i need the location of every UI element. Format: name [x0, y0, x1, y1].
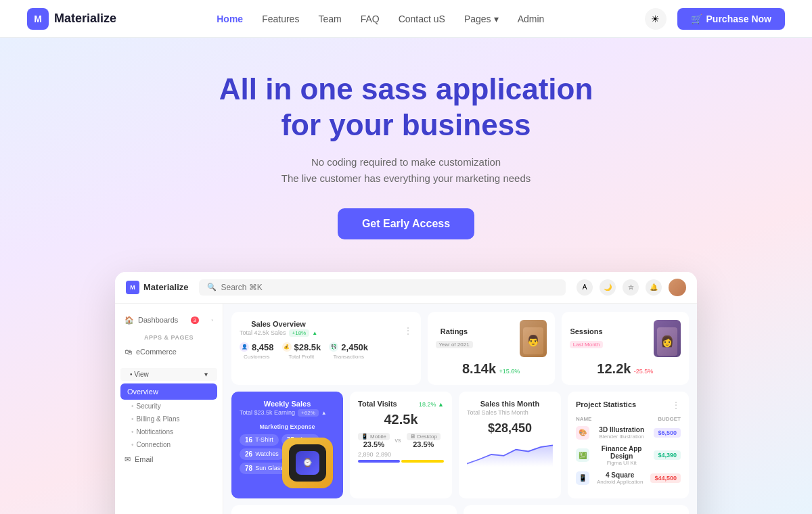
dashboard-sidebar: 🏠 Dashboards 3 › APPS & PAGES 🛍 eCommerc…: [115, 304, 223, 514]
nav-pages[interactable]: Pages ▾: [464, 14, 499, 24]
cards-row-1: Sales Overview Total 42.5k Sales +18% ▲ …: [231, 312, 689, 385]
ratings-tag: Year of 2021: [436, 341, 473, 348]
project-budget-2: $44,500: [650, 473, 681, 483]
star-icon[interactable]: ☆: [623, 279, 639, 296]
referral-card: Top Referral Sources Number of Sales 📱 🖥…: [464, 505, 689, 514]
weekly-trend: +62%: [298, 409, 319, 417]
sidebar-item-overview[interactable]: Overview: [120, 383, 217, 400]
dashboard-preview: M Materialize 🔍 A 🌙 ☆ 🔔: [115, 272, 697, 514]
expense-label: Marketing Expense: [240, 423, 335, 430]
dashboard-icon: 🏠: [125, 316, 134, 325]
project-info-2: 4 Square Android Application: [593, 471, 647, 485]
email-icon: ✉: [125, 455, 131, 464]
sidebar-item-dashboards[interactable]: 🏠 Dashboards 3 ›: [115, 312, 223, 329]
navbar: M Materialize Home Features Team FAQ Con…: [0, 0, 812, 38]
nav-faq[interactable]: FAQ: [361, 14, 380, 24]
desktop-progress: [401, 460, 443, 463]
dash-search-bar[interactable]: 🔍: [199, 279, 566, 296]
sales-month-value: $28,450: [467, 421, 553, 436]
desktop-num: 2,890: [376, 451, 392, 458]
sidebar-item-connection[interactable]: Connection: [115, 438, 223, 451]
nav-home[interactable]: Home: [217, 14, 243, 24]
user-avatar[interactable]: [669, 279, 686, 296]
total-visits-trend: 18.2% ▲: [419, 401, 444, 408]
sidebar-item-notifications[interactable]: Notifications: [115, 425, 223, 438]
navbar-right: ☀ 🛒 Purchase Now: [645, 8, 785, 30]
sales-chart-mini: [467, 441, 553, 468]
ecommerce-icon: 🛍: [125, 348, 132, 356]
vs-text: vs: [395, 437, 401, 444]
translate-icon[interactable]: A: [577, 279, 593, 296]
activity-card: Activity Timeline 12 Invoices have been …: [231, 505, 457, 514]
dash-logo-icon: M: [126, 281, 139, 294]
sessions-title: Sessions: [570, 327, 604, 335]
mobile-val: 23.5%: [358, 440, 390, 448]
ratings-value: 8.14k: [462, 361, 496, 376]
purchase-button[interactable]: 🛒 Purchase Now: [677, 8, 785, 30]
profit-metric: 💰 $28.5k Total Profit: [282, 342, 321, 360]
nav-team[interactable]: Team: [318, 14, 341, 24]
sales-month-title: Sales this Month: [467, 400, 553, 408]
sidebar-item-billing[interactable]: Billing & Plans: [115, 413, 223, 425]
nav-features[interactable]: Features: [262, 14, 299, 24]
weekly-sales-title: Weekly Sales: [240, 400, 335, 408]
desktop-label: 🖥 Desktop: [407, 433, 441, 440]
moon-icon[interactable]: 🌙: [600, 279, 616, 296]
sessions-tag: Last Month: [570, 341, 604, 348]
dash-logo: M Materialize: [126, 281, 188, 294]
sidebar-item-email[interactable]: ✉ Email: [115, 451, 223, 468]
more-icon[interactable]: ⋮: [671, 400, 681, 411]
logo-text: Materialize: [54, 11, 116, 26]
sidebar-badge: 3: [191, 317, 199, 324]
weekly-sales-sub: Total $23.5k Earning +62% ▲: [240, 409, 335, 417]
total-visits-title: Total Visits: [358, 400, 397, 408]
nav-admin[interactable]: Admin: [518, 14, 545, 24]
mobile-progress: [358, 460, 400, 463]
more-icon[interactable]: ⋮: [403, 325, 413, 336]
chevron-down-icon: ▾: [204, 371, 208, 378]
dash-header-icons: A 🌙 ☆ 🔔: [577, 279, 686, 296]
bell-icon[interactable]: 🔔: [646, 279, 662, 296]
search-input[interactable]: [221, 283, 558, 292]
sidebar-section-apps: APPS & PAGES: [115, 329, 223, 344]
ratings-title: Ratings: [436, 327, 473, 335]
mobile-num: 2,890: [358, 451, 374, 458]
ratings-trend: +15.6%: [499, 368, 520, 375]
mobile-desktop-row: 📱 Mobile 23.5% vs 🖥 Desktop 23.5%: [358, 433, 444, 448]
project-stats-card: Project Statistics ⋮ NAME BUDGET 🎨 3D Il: [568, 392, 689, 498]
transactions-metric: 💱 2,450k Transactions: [329, 342, 368, 360]
chip-watches: 26 Watches: [240, 448, 284, 460]
cards-row-3: Activity Timeline 12 Invoices have been …: [231, 505, 689, 514]
cart-icon: 🛒: [691, 14, 702, 24]
chip-tshirt: 16 T-Shirt: [240, 434, 279, 446]
sidebar-item-ecommerce[interactable]: 🛍 eCommerce: [115, 344, 223, 360]
project-stats-header: Project Statistics ⋮: [576, 400, 681, 411]
sessions-trend: -25.5%: [634, 368, 654, 375]
desktop-val: 23.5%: [407, 440, 441, 448]
nav-contact[interactable]: Contact uS: [399, 14, 445, 24]
project-row-2: 📱 4 Square Android Application $44,500: [576, 471, 681, 485]
chevron-right-icon: ›: [211, 317, 213, 323]
sidebar-item-security[interactable]: Security: [115, 400, 223, 413]
trend-up-icon: ▲: [312, 330, 317, 336]
theme-toggle-button[interactable]: ☀: [645, 8, 667, 30]
early-access-button[interactable]: Get Early Access: [338, 208, 474, 239]
project-icon-1: 💹: [576, 448, 589, 462]
ratings-card: Ratings Year of 2021 👨 8.14k +15.6%: [428, 312, 555, 385]
hero-subtitle: No coding required to make customization…: [0, 154, 812, 187]
total-visits-value: 42.5k: [358, 412, 444, 427]
cards-row-2: Weekly Sales Total $23.5k Earning +62% ▲…: [231, 392, 689, 498]
mobile-label: 📱 Mobile: [358, 433, 390, 440]
watch-illustration: ⌚: [282, 438, 336, 492]
project-info-0: 3D Illustration Blender Illustration: [593, 426, 650, 440]
project-budget-1: $4,390: [654, 450, 681, 460]
customers-metric: 👤 8,458 Customers: [240, 342, 274, 360]
project-cols: NAME BUDGET: [576, 416, 681, 422]
project-icon-2: 📱: [576, 471, 589, 485]
sessions-card: Sessions Last Month 👩 12.2k -25.5%: [562, 312, 689, 385]
sales-overview-title: Sales Overview: [240, 320, 317, 328]
sessions-value: 12.2k: [597, 361, 631, 376]
project-budget-0: $6,500: [654, 428, 681, 438]
sidebar-view-select[interactable]: • View ▾: [120, 368, 217, 381]
project-row-1: 💹 Finance App Design Figma UI Kit $4,390: [576, 445, 681, 466]
